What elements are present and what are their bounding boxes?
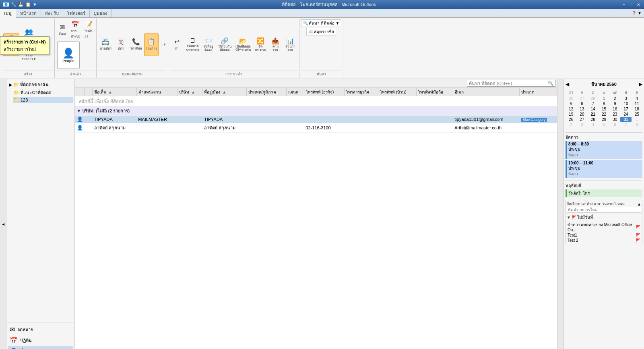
cal-day[interactable]: 3 bbox=[576, 122, 587, 127]
cal-day[interactable]: 27 bbox=[576, 96, 587, 101]
cal-day[interactable]: 7 bbox=[588, 101, 599, 106]
nav-contacts[interactable]: 👤 ที่ติดต่อ bbox=[8, 346, 73, 349]
cal-day[interactable]: 2 bbox=[566, 122, 576, 127]
cal-day[interactable]: 28 bbox=[588, 96, 599, 101]
col-biz-phone[interactable]: โทรศัพท์ (ธุรกิจ) bbox=[304, 88, 344, 96]
col-location[interactable]: ที่อยู่เมือง ▲ bbox=[202, 88, 247, 96]
col-company[interactable]: บริษัท ▲ bbox=[178, 88, 202, 96]
col-fax[interactable]: โทรสารธุรกิจ bbox=[344, 88, 378, 96]
send-email-button[interactable]: 📨 ส่งที่อยู่ติดต่อ bbox=[202, 33, 216, 56]
cal-day[interactable]: 27 bbox=[576, 117, 587, 122]
list-item[interactable]: Test 2 🚩 bbox=[567, 238, 641, 243]
minimize-button[interactable]: − bbox=[621, 1, 627, 8]
todo-collapse-button[interactable]: ▲ bbox=[637, 202, 641, 206]
event-2[interactable]: 10:00 – 11:00 ประชุม ห้อง IT bbox=[566, 160, 642, 178]
close-button[interactable]: ✕ bbox=[635, 1, 642, 8]
cal-day[interactable]: 14 bbox=[588, 106, 599, 112]
cal-day[interactable]: 21 bbox=[588, 112, 599, 117]
filter-row[interactable]: คลิกที่นี้ เพื่อเพิ่ม ที่ติดต่อ ใหม่ bbox=[75, 96, 557, 106]
cal-day[interactable]: 7 bbox=[620, 122, 631, 127]
cal-today[interactable]: 31 bbox=[620, 117, 631, 122]
col-icon1[interactable] bbox=[75, 88, 85, 96]
nav-my-contacts[interactable]: ▶ 📁 ที่ติดต่อของฉัน bbox=[8, 81, 73, 89]
cal-day[interactable]: 4 bbox=[632, 96, 642, 101]
cal-day[interactable]: 23 bbox=[609, 112, 620, 117]
export-button[interactable]: 📤 ตามราย bbox=[268, 33, 283, 56]
prev-month-button[interactable]: ◀ bbox=[566, 81, 569, 87]
cal-day[interactable]: 11 bbox=[632, 101, 642, 106]
cal-day[interactable]: 26 bbox=[566, 96, 576, 101]
col-name[interactable]: ชื่อเต็ม ▲ bbox=[93, 88, 137, 96]
meeting-button[interactable]: 📅 การประชุม bbox=[69, 19, 82, 40]
tab-view[interactable]: ส่ง / รับ bbox=[41, 9, 63, 17]
cal-day[interactable]: 15 bbox=[599, 106, 609, 112]
cal-day[interactable]: 8 bbox=[632, 122, 642, 127]
list-item[interactable]: ข้อความทดลองของ Microsoft Office Ou... 🚩 bbox=[567, 221, 641, 233]
table-row[interactable]: 👤 TIPYADA MAILMASTER TIPYADA tipyada1301… bbox=[75, 116, 557, 123]
tab-viewmenu[interactable]: มุมมอง bbox=[90, 9, 111, 17]
more-button[interactable]: 📊 ส่วนการาย bbox=[283, 33, 297, 56]
cal-day[interactable]: 26 bbox=[566, 117, 576, 122]
event-1[interactable]: 8:00 – 8:30 ประชุม ห้อง IT bbox=[566, 141, 642, 159]
share-contact-button[interactable]: 🔗 ใช้ร่วมกันที่ติดต่อ bbox=[217, 33, 233, 56]
nav-mail[interactable]: ✉ จดหมาย bbox=[8, 324, 73, 335]
col-position[interactable]: ตำแหน่งงาน bbox=[136, 88, 177, 96]
cal-day[interactable]: 18 bbox=[632, 106, 642, 112]
nav-folder123[interactable]: 📁 123 bbox=[13, 97, 73, 103]
merge-button[interactable]: 🔀 จัดประมาน bbox=[253, 33, 268, 56]
search-contacts-button[interactable]: 🔍 ค้นหา ที่ติดต่อ ▼ bbox=[301, 19, 341, 27]
cal-day[interactable]: 2 bbox=[609, 96, 620, 101]
list-item[interactable]: Test1 🚩 bbox=[567, 233, 641, 238]
cal-day[interactable]: 8 bbox=[599, 101, 609, 106]
col-country[interactable]: ประเทศ/ภูมิภาค bbox=[247, 88, 287, 96]
cal-day[interactable]: 10 bbox=[620, 101, 631, 106]
cal-day[interactable]: 9 bbox=[609, 101, 620, 106]
note-button[interactable]: 📝 บันทึกย่อ bbox=[83, 19, 95, 40]
cal-day[interactable]: 20 bbox=[576, 112, 587, 117]
cal-day[interactable]: 12 bbox=[566, 106, 576, 112]
cal-day[interactable]: 29 bbox=[599, 117, 609, 122]
cal-day[interactable]: 13 bbox=[576, 106, 587, 112]
cal-day[interactable]: 4 bbox=[588, 122, 599, 127]
next-month-button[interactable]: ▶ bbox=[639, 81, 642, 87]
col-mobile[interactable]: โทรศัพท์มือถือ bbox=[417, 88, 453, 96]
cards-button[interactable]: 🃏 บัตร bbox=[114, 33, 128, 56]
cal-day[interactable]: 25 bbox=[632, 112, 642, 117]
cal-day[interactable]: 28 bbox=[588, 117, 599, 122]
cal-day[interactable]: 1 bbox=[632, 117, 642, 122]
addressbook-button[interactable]: 📇 นามบัตร bbox=[98, 33, 113, 56]
cal-day[interactable]: 22 bbox=[599, 112, 609, 117]
cal-day[interactable]: 24 bbox=[620, 112, 631, 117]
cal-day[interactable]: 3 bbox=[620, 96, 631, 101]
col-map[interactable]: แผนก bbox=[287, 88, 304, 96]
cal-day[interactable]: 6 bbox=[576, 101, 587, 106]
cal-day[interactable]: 1 bbox=[599, 96, 609, 101]
col-email[interactable]: อีเมล bbox=[453, 88, 519, 96]
forward-button[interactable]: ↩ ถ่า bbox=[170, 33, 184, 56]
col-home-phone[interactable]: โทรศัพท์ (บ้าน) bbox=[378, 88, 417, 96]
tab-home[interactable]: เมนู bbox=[0, 9, 16, 18]
onenote-button[interactable]: 🗒 จัดหมายOneNote bbox=[185, 33, 201, 56]
addressbook2-button[interactable]: 📖 สมุดรายชื่อ bbox=[306, 28, 336, 35]
help-button[interactable]: ❓ ▼ bbox=[629, 9, 644, 17]
phone-button[interactable]: 📞 โทรศัพท์ bbox=[129, 33, 143, 56]
open-shared-button[interactable]: 📂 เปิดที่ติดต่อที่ใช้ร่วมกัน bbox=[234, 33, 252, 56]
cal-day[interactable]: 5 bbox=[566, 101, 576, 106]
cal-day[interactable]: 19 bbox=[566, 112, 576, 117]
right-panel-collapse[interactable] bbox=[557, 79, 564, 349]
maximize-button[interactable]: □ bbox=[628, 1, 634, 8]
report-button[interactable]: 📋 รายการ bbox=[144, 33, 159, 56]
cal-day[interactable]: 5 bbox=[599, 122, 609, 127]
group-no-company[interactable]: ▼ บริษัท: (ไม่มี) (2 รายการ) bbox=[75, 106, 557, 116]
search-input[interactable] bbox=[469, 81, 548, 86]
cal-day[interactable]: 17 bbox=[620, 106, 631, 112]
search-box[interactable]: 🔍 bbox=[467, 80, 555, 87]
cal-day[interactable]: 16 bbox=[609, 106, 620, 112]
cal-day[interactable]: 6 bbox=[609, 122, 620, 127]
nav-suggested[interactable]: 📁 ที่แนะนำที่ติดต่อ bbox=[13, 89, 73, 97]
col-icon2[interactable] bbox=[85, 88, 93, 96]
table-row[interactable]: 👤 อาทิตย์ สกุลนาม อาทิตย์ สกุลนาม 02-116… bbox=[75, 123, 557, 133]
people-button[interactable]: 👤 People bbox=[57, 42, 80, 69]
email-button[interactable]: ✉ อีเมล bbox=[56, 22, 68, 38]
tab-send[interactable]: หน้าแรก bbox=[16, 9, 41, 17]
